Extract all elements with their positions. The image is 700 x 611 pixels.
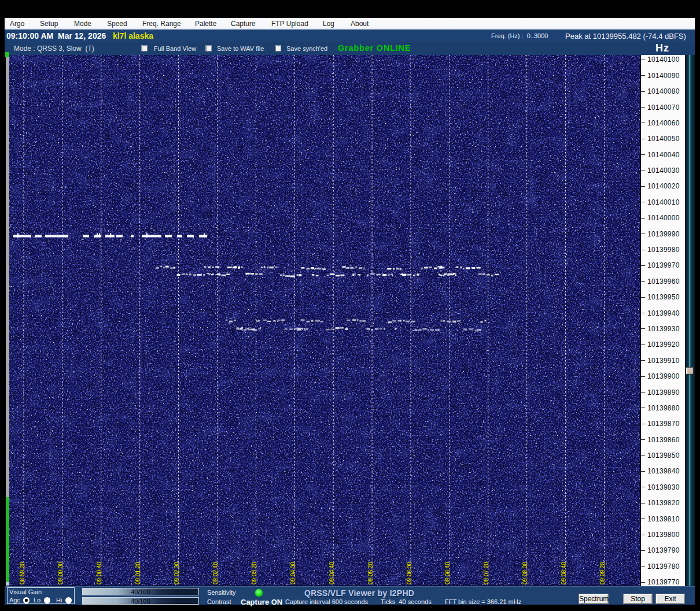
svg-text:09:09:20: 09:09:20 xyxy=(599,562,606,584)
svg-text:09:04:00: 09:04:00 xyxy=(290,562,296,584)
svg-text:09:04:40: 09:04:40 xyxy=(329,562,335,584)
svg-text:09:08:40: 09:08:40 xyxy=(561,562,567,584)
svg-text:09:07:20: 09:07:20 xyxy=(483,562,489,584)
svg-text:09:02:00: 09:02:00 xyxy=(174,562,180,584)
svg-text:09:03:20: 09:03:20 xyxy=(251,562,257,584)
svg-text:09:06:00: 09:06:00 xyxy=(406,562,412,584)
svg-text:09:02:40: 09:02:40 xyxy=(212,562,219,584)
svg-text:09:08:00: 09:08:00 xyxy=(522,562,528,584)
svg-text:08:59:20: 08:59:20 xyxy=(19,562,25,584)
svg-text:09:00:00: 09:00:00 xyxy=(57,562,64,584)
svg-text:09:05:20: 09:05:20 xyxy=(367,562,374,584)
svg-text:09:01:20: 09:01:20 xyxy=(135,562,141,584)
svg-text:09:06:40: 09:06:40 xyxy=(444,562,451,584)
svg-text:09:00:40: 09:00:40 xyxy=(96,562,102,584)
